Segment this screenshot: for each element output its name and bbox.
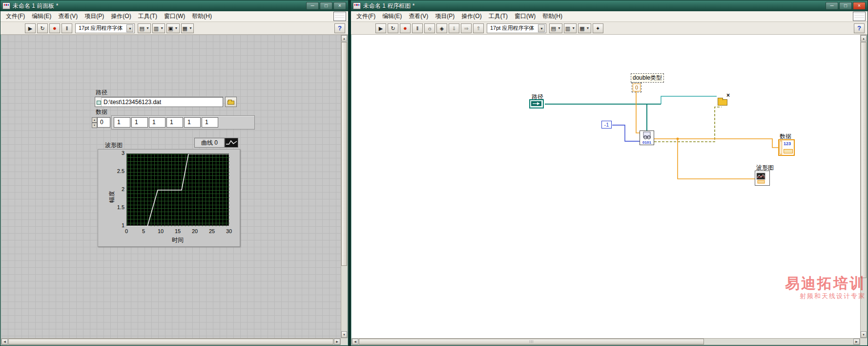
front-panel-horizontal-scrollbar[interactable]: ◀ ▶ xyxy=(1,338,341,345)
retain-wire-values-button[interactable]: ◈ xyxy=(436,23,447,33)
scroll-right-icon[interactable]: ▶ xyxy=(334,339,340,345)
font-selector[interactable]: 17pt 应用程序字体 ▼ xyxy=(487,23,546,33)
abort-button[interactable]: ● xyxy=(49,23,60,33)
array-element-4[interactable]: 1 xyxy=(184,117,201,128)
close-button[interactable]: × xyxy=(333,2,346,10)
scroll-left-icon[interactable]: ◀ xyxy=(1,339,8,345)
bd-menu-operate[interactable]: 操作(O) xyxy=(458,11,485,22)
refnum-wire[interactable] xyxy=(661,96,717,104)
align-objects-dropdown[interactable]: ▤ ▼ xyxy=(549,23,562,33)
scrollbar-thumb[interactable] xyxy=(341,42,347,266)
spinner-up-icon[interactable]: ▲ xyxy=(92,117,97,123)
vi-icon-thumbnail[interactable] xyxy=(333,12,346,21)
fp-menu-file[interactable]: 文件(F) xyxy=(2,11,28,22)
path-control-terminal[interactable] xyxy=(529,99,544,108)
pause-button[interactable]: ‖ xyxy=(62,23,72,33)
data-wire[interactable] xyxy=(654,139,778,148)
fp-menu-window[interactable]: 窗口(W) xyxy=(161,11,188,22)
pause-button[interactable]: ‖ xyxy=(412,23,423,33)
vi-icon-thumbnail[interactable] xyxy=(853,12,866,21)
minimize-button[interactable]: ─ xyxy=(306,2,319,10)
block-diagram-horizontal-scrollbar[interactable]: ◀ ▶ xyxy=(351,338,860,345)
dbl-constant-wire[interactable] xyxy=(636,91,640,133)
array-element-3[interactable]: 1 xyxy=(166,117,183,128)
scroll-up-icon[interactable]: ▲ xyxy=(861,35,867,42)
array-element-5[interactable]: 1 xyxy=(202,117,218,128)
fp-menu-operate[interactable]: 操作(O) xyxy=(107,11,134,22)
double-type-label[interactable]: double类型 xyxy=(631,73,664,83)
data-indicator-terminal[interactable]: 123 xyxy=(778,139,795,156)
array-element-2[interactable]: 1 xyxy=(149,117,165,128)
reorder-objects-dropdown[interactable]: ▦ ▼ xyxy=(181,23,194,33)
fp-menu-project[interactable]: 项目(P) xyxy=(81,11,107,22)
scrollbar-thumb[interactable] xyxy=(8,339,333,345)
front-panel-vertical-scrollbar[interactable]: ▲ ▼ xyxy=(341,35,348,338)
block-diagram-titlebar[interactable]: 未命名 1 程序框图 * ─ □ × xyxy=(351,0,868,11)
reorder-objects-dropdown[interactable]: ▦ ▼ xyxy=(578,23,591,33)
count-constant[interactable]: -1 xyxy=(601,121,612,129)
scrollbar-thumb[interactable] xyxy=(861,42,867,278)
bd-menu-file[interactable]: 文件(F) xyxy=(353,11,379,22)
legend-plot-icon[interactable] xyxy=(225,138,238,148)
scroll-down-icon[interactable]: ▼ xyxy=(861,331,867,338)
waveform-chart[interactable]: 幅度 时间 32.521.51051015202530 xyxy=(98,149,240,247)
path-control[interactable]: D:\test\123456123.dat xyxy=(95,97,223,107)
scroll-left-icon[interactable]: ◀ xyxy=(352,339,358,345)
highlight-execution-button[interactable]: ☼ xyxy=(424,23,435,33)
chart-wire[interactable] xyxy=(678,139,755,179)
array-index-spinner[interactable]: ▲ ▼ xyxy=(92,117,97,128)
run-button[interactable]: ▶ xyxy=(375,23,386,33)
block-diagram-vertical-scrollbar[interactable]: ▲ ▼ xyxy=(860,35,867,338)
window-controls: ─ □ × xyxy=(826,2,866,10)
fp-menu-view[interactable]: 查看(V) xyxy=(55,11,81,22)
align-objects-dropdown[interactable]: ▤ ▼ xyxy=(138,23,150,33)
bd-menu-project[interactable]: 项目(P) xyxy=(432,11,458,22)
run-button[interactable]: ▶ xyxy=(25,23,36,33)
maximize-button[interactable]: □ xyxy=(839,2,852,10)
distribute-objects-dropdown[interactable]: ▥ ▼ xyxy=(564,23,577,33)
block-diagram-canvas[interactable]: 路径 double类型 0 -1 0101 xyxy=(351,35,860,338)
scroll-down-icon[interactable]: ▼ xyxy=(341,331,347,338)
font-selector[interactable]: 17pt 应用程序字体 ▼ xyxy=(75,23,135,33)
context-help-button[interactable]: ? xyxy=(334,23,345,33)
array-element-0[interactable]: 1 xyxy=(114,117,130,128)
fp-menu-edit[interactable]: 编辑(E) xyxy=(28,11,55,22)
step-out-button[interactable]: ⇑ xyxy=(473,23,484,33)
read-binary-file-node[interactable]: 0101 xyxy=(640,130,654,145)
cleanup-diagram-button[interactable]: ✦ xyxy=(593,23,603,33)
fp-menu-tools[interactable]: 工具(T) xyxy=(135,11,161,22)
spinner-down-icon[interactable]: ▼ xyxy=(92,123,97,128)
close-file-node[interactable]: × xyxy=(717,93,730,107)
minimize-button[interactable]: ─ xyxy=(826,2,838,10)
resize-objects-dropdown[interactable]: ▣ ▼ xyxy=(166,23,179,33)
context-help-button[interactable]: ? xyxy=(854,23,865,33)
bd-menu-tools[interactable]: 工具(T) xyxy=(485,11,511,22)
maximize-button[interactable]: □ xyxy=(320,2,332,10)
chart-plot-area xyxy=(126,153,229,226)
fp-menu-help[interactable]: 帮助(H) xyxy=(188,11,215,22)
run-continuously-button[interactable]: ↻ xyxy=(37,23,48,33)
abort-button[interactable]: ● xyxy=(400,23,411,33)
scroll-right-icon[interactable]: ▶ xyxy=(853,339,860,345)
legend-label[interactable]: 曲线 0 xyxy=(194,138,225,148)
front-panel-titlebar[interactable]: 未命名 1 前面板 * ─ □ × xyxy=(0,0,348,11)
run-continuously-button[interactable]: ↻ xyxy=(388,23,398,33)
bd-menu-window[interactable]: 窗口(W) xyxy=(511,11,539,22)
step-over-button[interactable]: ⇒ xyxy=(461,23,472,33)
error-wire[interactable] xyxy=(654,107,722,142)
scrollbar-thumb[interactable] xyxy=(359,339,704,345)
array-index-field[interactable]: 0 xyxy=(97,117,110,128)
scroll-up-icon[interactable]: ▲ xyxy=(341,35,347,42)
front-panel-canvas[interactable]: 路径 D:\test\123456123.dat 数据 ▲ ▼ 0 1 1 1 … xyxy=(1,35,341,338)
step-into-button[interactable]: ⇓ xyxy=(449,23,459,33)
distribute-objects-dropdown[interactable]: ▥ ▼ xyxy=(152,23,165,33)
bd-menu-help[interactable]: 帮助(H) xyxy=(539,11,566,22)
array-element-1[interactable]: 1 xyxy=(131,117,148,128)
bd-menu-edit[interactable]: 编辑(E) xyxy=(379,11,405,22)
count-wire[interactable] xyxy=(612,125,640,141)
waveform-chart-terminal[interactable] xyxy=(755,171,770,186)
bd-menu-view[interactable]: 查看(V) xyxy=(405,11,432,22)
double-constant[interactable]: 0 xyxy=(633,84,641,91)
close-button[interactable]: × xyxy=(853,2,866,10)
browse-button[interactable] xyxy=(225,97,237,107)
